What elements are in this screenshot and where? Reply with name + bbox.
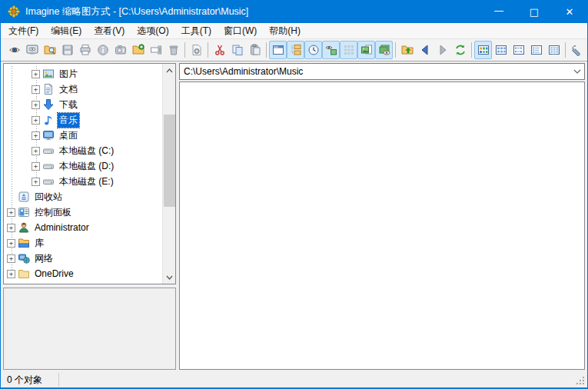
toolbar-separator	[565, 42, 566, 58]
chevron-down-icon[interactable]	[570, 69, 584, 74]
tree-item-pictures[interactable]: + 图片	[4, 66, 162, 81]
save-button[interactable]	[58, 41, 76, 59]
toggle-toolbar-button[interactable]	[269, 41, 287, 59]
tree-item-label: Administrator	[33, 221, 91, 234]
copy-icon	[231, 44, 244, 56]
view-tiles-button[interactable]	[492, 41, 510, 59]
forward-arrow-icon	[437, 44, 449, 56]
cut-button[interactable]	[211, 41, 228, 59]
tree-item-drive-d[interactable]: + 本地磁盘 (D:)	[4, 158, 162, 174]
view-small-icons-button[interactable]	[510, 41, 527, 59]
chevron-up-icon	[166, 68, 173, 73]
menu-options[interactable]: 选项(O)	[131, 23, 174, 39]
expand-plus-icon[interactable]: +	[7, 208, 15, 217]
expand-plus-icon[interactable]: +	[32, 116, 40, 125]
open-folder-button[interactable]	[41, 41, 58, 59]
tree-item-libraries[interactable]: + 库	[4, 235, 162, 251]
expand-plus-icon[interactable]: +	[7, 239, 15, 248]
tree-item-drive-e[interactable]: + 本地磁盘 (E:)	[4, 174, 162, 189]
menu-window[interactable]: 窗口(W)	[218, 23, 263, 39]
view-details-button[interactable]	[545, 41, 563, 59]
toolbar-separator	[471, 42, 472, 58]
expand-plus-icon[interactable]: +	[32, 162, 40, 171]
toolbar-separator	[266, 42, 267, 58]
app-window: Imagine 缩略图方式 - [C:\Users\Administrator\…	[0, 0, 588, 389]
menu-edit[interactable]: 编辑(E)	[45, 23, 88, 39]
tree-scrollbar[interactable]	[162, 64, 175, 284]
maximize-button[interactable]: □	[517, 0, 552, 23]
tree-item-recycle-bin[interactable]: 回收站	[4, 189, 162, 204]
capture-button[interactable]	[111, 41, 129, 59]
address-input[interactable]	[180, 65, 570, 78]
expand-plus-icon[interactable]: +	[32, 178, 40, 186]
view-small-icons-icon	[513, 44, 525, 56]
view-tiles-icon	[495, 44, 507, 56]
close-button[interactable]: ✕	[552, 0, 587, 23]
main-area: + 图片 + 文档 + 下载 +	[1, 62, 587, 372]
rename-button[interactable]	[147, 41, 164, 59]
expand-plus-icon[interactable]: +	[32, 70, 40, 78]
forward-button[interactable]	[434, 41, 451, 59]
viewer-button[interactable]	[23, 41, 41, 59]
address-combobox	[179, 63, 585, 80]
expand-plus-icon[interactable]: +	[32, 101, 40, 109]
tree-item-downloads[interactable]: + 下载	[4, 97, 162, 112]
tree-item-drive-c[interactable]: + 本地磁盘 (C:)	[4, 143, 162, 158]
expand-plus-icon[interactable]: +	[32, 131, 40, 140]
new-folder-button[interactable]	[129, 41, 147, 59]
tree-item-onedrive[interactable]: + OneDrive	[4, 266, 162, 281]
scrollbar-thumb[interactable]	[164, 115, 175, 207]
delete-trash-icon	[168, 44, 180, 56]
tree-item-network[interactable]: + 网络	[4, 251, 162, 266]
menu-help[interactable]: 帮助(H)	[263, 23, 307, 39]
menu-view[interactable]: 查看(V)	[88, 23, 131, 39]
expand-plus-icon[interactable]: +	[7, 254, 15, 263]
delete-button[interactable]	[164, 41, 182, 59]
menu-tools[interactable]: 工具(T)	[175, 23, 218, 39]
expand-plus-icon[interactable]: +	[7, 270, 15, 278]
toggle-image-pane-button[interactable]	[357, 41, 375, 59]
tree-item-music[interactable]: + 音乐	[4, 112, 162, 128]
up-level-button[interactable]	[398, 41, 416, 59]
user-icon	[18, 221, 30, 234]
toggle-toolbar-icon	[272, 44, 284, 56]
chevron-down-icon	[166, 275, 173, 280]
toggle-folder-tree-button[interactable]	[287, 41, 304, 59]
toolbar-separator	[395, 42, 396, 58]
batch-convert-button[interactable]	[188, 41, 205, 59]
view-thumbnails-button[interactable]	[474, 41, 492, 59]
toggle-image-pane-icon	[360, 44, 373, 56]
scrollbar-up-button[interactable]	[163, 64, 176, 77]
toggle-grid-button[interactable]	[340, 41, 357, 59]
tree-item-desktop[interactable]: + 桌面	[4, 128, 162, 143]
drive-icon	[42, 145, 55, 157]
menubar: 文件(F) 编辑(E) 查看(V) 选项(O) 工具(T) 窗口(W) 帮助(H…	[1, 23, 587, 38]
print-button[interactable]	[76, 41, 94, 59]
tree-item-control-panel[interactable]: + 控制面板	[4, 204, 162, 220]
tree-item-administrator[interactable]: + Administrator	[4, 220, 162, 235]
options-button[interactable]	[568, 41, 586, 59]
view-thumbnails-icon	[477, 44, 490, 56]
resize-grip[interactable]	[583, 383, 584, 384]
window-title: Imagine 缩略图方式 - [C:\Users\Administrator\…	[25, 5, 248, 18]
expand-plus-icon[interactable]: +	[7, 224, 15, 232]
toggle-history-button[interactable]	[304, 41, 322, 59]
browse-button[interactable]	[5, 41, 23, 59]
tree-item-documents[interactable]: + 文档	[4, 81, 162, 97]
paste-button[interactable]	[246, 41, 264, 59]
view-list-button[interactable]	[527, 41, 545, 59]
expand-plus-icon[interactable]: +	[32, 85, 40, 94]
toggle-viewer-pane-button[interactable]	[375, 41, 393, 59]
scrollbar-down-button[interactable]	[163, 271, 176, 284]
toggle-folder-tree-icon	[290, 44, 302, 56]
refresh-button[interactable]	[451, 41, 469, 59]
toggle-preview-button[interactable]	[322, 41, 340, 59]
copy-button[interactable]	[228, 41, 246, 59]
minimize-button[interactable]: —	[481, 0, 517, 23]
menu-file[interactable]: 文件(F)	[2, 23, 45, 39]
file-list-panel[interactable]	[179, 81, 585, 370]
info-button[interactable]	[94, 41, 111, 59]
expand-plus-icon[interactable]: +	[32, 147, 40, 155]
new-folder-icon	[132, 44, 145, 56]
back-button[interactable]	[416, 41, 434, 59]
